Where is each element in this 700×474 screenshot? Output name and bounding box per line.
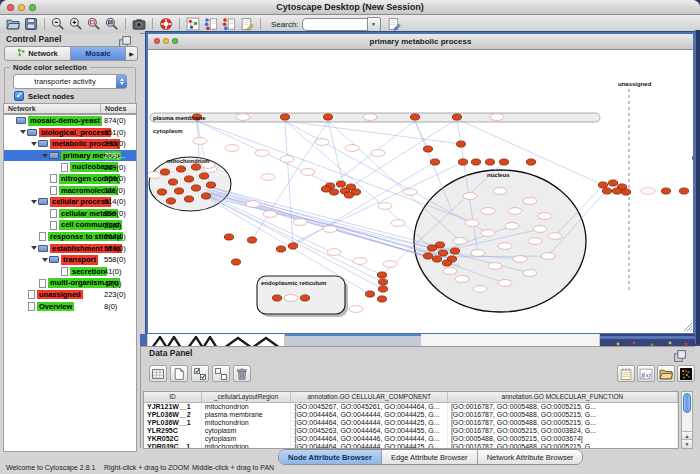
edit-page-icon[interactable] [385, 16, 403, 32]
graph-node[interactable] [598, 182, 607, 188]
table-row[interactable]: YPL036W__2plasma membrane[GO:0044464, GO… [144, 411, 678, 419]
graph-node[interactable] [378, 286, 387, 292]
annotation-red-icon[interactable] [220, 16, 238, 32]
zoom-selected-icon[interactable] [85, 16, 103, 32]
graph-node-small[interactable] [301, 169, 315, 176]
graph-node[interactable] [288, 243, 297, 249]
tree-row-macromolecule[interactable]: macromolecule311(0) [4, 185, 136, 197]
tree-row-overview[interactable]: Overview8(0) [4, 301, 136, 313]
tab-edge-attribute-browser[interactable]: Edge Attribute Browser [382, 450, 478, 464]
graph-node[interactable] [365, 291, 374, 297]
zoom-fit-icon[interactable] [103, 16, 121, 32]
graph-node-small[interactable] [465, 220, 479, 227]
node-color-dropdown[interactable]: transporter activity [13, 74, 127, 89]
tab-network-attribute-browser[interactable]: Network Attribute Browser [478, 450, 583, 464]
graph-node-small[interactable] [148, 172, 161, 179]
graph-node[interactable] [423, 146, 432, 152]
graph-node[interactable] [247, 237, 256, 243]
graph-node[interactable] [377, 272, 386, 278]
graph-node-small[interactable] [443, 268, 457, 275]
graph-node[interactable] [191, 185, 200, 191]
graph-node[interactable] [160, 169, 169, 175]
graph-node-small[interactable] [363, 114, 377, 121]
graph-node[interactable] [336, 181, 345, 187]
scroll-down-button[interactable]: ▼ [682, 439, 692, 448]
graph-node[interactable] [423, 253, 432, 259]
column-header[interactable]: _cellularLayoutRegion [202, 392, 292, 402]
tree-row-response-to-stimulu[interactable]: response to stimulu264(0) [4, 231, 136, 243]
graph-node[interactable] [458, 159, 467, 165]
network-canvas[interactable]: plasma membranecytoplasmmitochondrionnuc… [148, 50, 693, 333]
graph-node-small[interactable] [463, 193, 477, 200]
table-scrollbar[interactable]: ▲ ▼ [681, 391, 693, 449]
tab-node-attribute-browser[interactable]: Node Attribute Browser [279, 450, 382, 464]
search-dropdown-icon[interactable]: ▼ [367, 17, 381, 32]
graph-node-small[interactable] [493, 188, 507, 195]
graph-node-small[interactable] [327, 249, 341, 256]
tree-row-establishment-of-lo[interactable]: establishment of lo558(0) [4, 243, 136, 255]
zoom-out-icon[interactable] [49, 16, 67, 32]
tree-row-cellular-metabo[interactable]: cellular metabo209(0) [4, 208, 136, 220]
graph-node[interactable] [377, 296, 386, 302]
network-graph[interactable]: plasma membranecytoplasmmitochondrionnuc… [148, 50, 693, 333]
graph-node[interactable] [471, 159, 480, 165]
table-row[interactable]: YLR295Ccytoplasm[GO:0045263, GO:0044464,… [144, 427, 678, 435]
delete-attribute-icon[interactable] [233, 365, 251, 382]
scrollbar-thumb[interactable] [683, 393, 691, 413]
graph-node[interactable] [602, 188, 611, 194]
save-icon[interactable] [22, 16, 40, 32]
graph-node[interactable] [621, 189, 630, 195]
graph-node[interactable] [157, 189, 166, 195]
graph-node-small[interactable] [498, 280, 512, 287]
graph-node-small[interactable] [455, 276, 469, 283]
zoom-in-icon[interactable] [67, 16, 85, 32]
graph-node[interactable] [438, 250, 447, 256]
graph-node[interactable] [450, 248, 459, 254]
graph-node-small[interactable] [533, 226, 547, 233]
graph-node-small[interactable] [523, 270, 537, 277]
graph-node[interactable] [378, 279, 387, 285]
graph-node-small[interactable] [371, 150, 385, 157]
graph-node-small[interactable] [538, 213, 552, 220]
snapshot-icon[interactable] [130, 16, 148, 32]
graph-node-small[interactable] [345, 145, 359, 152]
graph-node[interactable] [231, 259, 240, 265]
graph-node-small[interactable] [293, 219, 307, 226]
unselect-attributes-icon[interactable] [212, 365, 230, 382]
disclosure-triangle-icon[interactable] [19, 130, 27, 134]
tree-row-primary-metabo[interactable]: primary metabo209(... [4, 150, 136, 162]
graph-node-small[interactable] [513, 256, 527, 263]
tree-row-mosaic-demo-yeast[interactable]: mosaic-demo-yeast874(0) [4, 115, 136, 127]
graph-node-small[interactable] [481, 208, 495, 215]
graph-node[interactable] [166, 198, 175, 204]
column-header[interactable]: ID [144, 392, 202, 402]
network-view-icon[interactable] [184, 16, 202, 32]
select-nodes-checkbox[interactable]: ✓ [14, 91, 24, 101]
graph-node-small[interactable] [225, 145, 239, 152]
graph-node[interactable] [272, 295, 281, 301]
tab-network[interactable]: 13"> Network [5, 47, 70, 60]
graph-node[interactable] [191, 164, 200, 170]
tree-row-unassigned[interactable]: unassigned223(0) [4, 289, 136, 301]
table-row[interactable]: YPL036W__1mitochondrion[GO:0044464, GO:0… [144, 419, 678, 427]
graph-node[interactable] [499, 159, 508, 165]
graph-node-small[interactable] [548, 233, 562, 240]
graph-node[interactable] [206, 182, 215, 188]
graph-node-small[interactable] [508, 208, 522, 215]
graph-node[interactable] [410, 114, 419, 120]
graph-node[interactable] [276, 246, 285, 252]
graph-node[interactable] [435, 242, 444, 248]
graph-node[interactable] [442, 260, 451, 266]
graph-node-small[interactable] [453, 238, 467, 245]
graph-node-small[interactable] [353, 258, 367, 265]
graph-node-small[interactable] [488, 263, 502, 270]
graph-node-small[interactable] [323, 226, 337, 233]
graph-node[interactable] [485, 159, 494, 165]
graph-node[interactable] [184, 196, 193, 202]
annotation-blue-icon[interactable] [202, 16, 220, 32]
formula-icon[interactable]: f(x) [637, 365, 655, 382]
graph-node[interactable] [280, 114, 289, 120]
graph-node-small[interactable] [471, 250, 485, 257]
graph-node[interactable] [176, 166, 185, 172]
disclosure-triangle-icon[interactable] [41, 154, 49, 158]
